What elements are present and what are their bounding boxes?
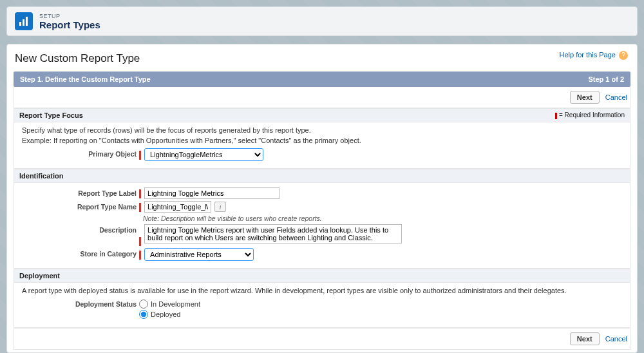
cancel-link-top[interactable]: Cancel bbox=[605, 93, 627, 101]
category-select[interactable]: Administrative Reports bbox=[144, 248, 254, 261]
category-lbl: Store in Category bbox=[22, 248, 139, 258]
deployment-status-lbl: Deployment Status bbox=[22, 298, 139, 308]
section-identification: Identification Report Type Label Report … bbox=[14, 169, 630, 269]
section-focus-title: Report Type Focus bbox=[19, 111, 83, 119]
help-icon: ? bbox=[619, 51, 628, 60]
report-type-name-lbl: Report Type Name bbox=[22, 201, 139, 211]
report-type-label-lbl: Report Type Label bbox=[22, 187, 139, 197]
setup-breadcrumb: SETUP bbox=[39, 13, 100, 19]
help-link[interactable]: Help for this Page ? bbox=[560, 51, 629, 60]
cancel-link-bottom[interactable]: Cancel bbox=[605, 335, 627, 343]
next-button-bottom[interactable]: Next bbox=[570, 332, 600, 345]
radio-in-development-label[interactable]: In Development bbox=[139, 300, 622, 309]
focus-line1: Specify what type of records (rows) will… bbox=[22, 126, 622, 134]
step-progress: Step 1 of 2 bbox=[588, 75, 624, 83]
deployment-intro: A report type with deployed status is av… bbox=[22, 287, 622, 294]
required-info-note: = Required Information bbox=[555, 111, 625, 119]
step-bar: Step 1. Define the Custom Report Type St… bbox=[14, 72, 630, 87]
help-link-text: Help for this Page bbox=[560, 51, 616, 59]
svg-rect-0 bbox=[19, 22, 21, 26]
report-type-name-input[interactable] bbox=[144, 201, 211, 213]
radio-in-development[interactable] bbox=[139, 300, 148, 309]
radio-deployed-text: Deployed bbox=[151, 310, 180, 318]
page-heading: New Custom Report Type bbox=[15, 52, 630, 65]
report-chart-icon bbox=[15, 12, 33, 30]
description-lbl: Description bbox=[22, 224, 139, 234]
setup-header: SETUP Report Types bbox=[6, 6, 638, 36]
required-indicator bbox=[139, 189, 141, 198]
report-type-label-input[interactable] bbox=[144, 187, 279, 199]
info-icon-button[interactable]: i bbox=[214, 202, 226, 212]
svg-rect-2 bbox=[26, 17, 28, 26]
section-deployment: Deployment A report type with deployed s… bbox=[14, 269, 630, 328]
primary-object-label: Primary Object bbox=[22, 148, 139, 158]
focus-line2: Example: If reporting on "Contacts with … bbox=[22, 137, 622, 144]
section-deployment-title: Deployment bbox=[19, 272, 60, 280]
description-note: Note: Description will be visible to use… bbox=[143, 215, 622, 222]
required-indicator bbox=[139, 237, 141, 246]
description-textarea[interactable] bbox=[144, 224, 402, 243]
radio-deployed[interactable] bbox=[139, 310, 148, 319]
top-button-row: Next Cancel bbox=[14, 87, 630, 108]
svg-rect-1 bbox=[23, 19, 24, 26]
section-focus: Report Type Focus = Required Information… bbox=[14, 108, 630, 169]
next-button-top[interactable]: Next bbox=[570, 91, 600, 104]
main-card: New Custom Report Type Help for this Pag… bbox=[6, 44, 638, 353]
bottom-button-row: Next Cancel bbox=[14, 328, 630, 350]
required-indicator bbox=[139, 151, 141, 160]
page-title: Report Types bbox=[39, 19, 100, 30]
step-title: Step 1. Define the Custom Report Type bbox=[20, 75, 151, 83]
section-identification-title: Identification bbox=[19, 172, 63, 180]
required-indicator bbox=[139, 251, 141, 260]
radio-in-development-text: In Development bbox=[151, 300, 200, 308]
primary-object-select[interactable]: LightningToggleMetrics bbox=[144, 148, 263, 161]
required-indicator bbox=[139, 203, 141, 212]
radio-deployed-label[interactable]: Deployed bbox=[139, 310, 622, 319]
